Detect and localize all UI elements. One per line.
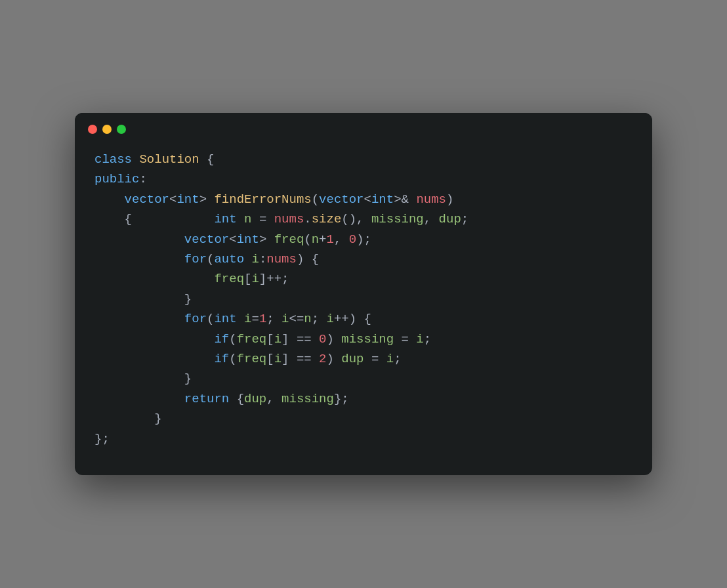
code-line-4: { int n = nums.size(), missing, dup;	[94, 209, 633, 229]
code-line-6: for(auto i:nums) {	[94, 249, 633, 269]
close-button[interactable]	[88, 125, 97, 134]
code-line-11: if(freq[i] == 2) dup = i;	[94, 349, 633, 369]
code-line-2: public:	[94, 169, 633, 189]
code-line-8: }	[94, 289, 633, 309]
minimize-button[interactable]	[102, 125, 112, 134]
code-line-3: vector<int> findErrorNums(vector<int>& n…	[94, 190, 633, 209]
code-line-15: };	[94, 429, 633, 449]
code-line-7: freq[i]++;	[94, 269, 633, 289]
maximize-button[interactable]	[117, 125, 126, 134]
code-editor: class Solution { public: vector<int> fin…	[75, 143, 652, 475]
code-line-1: class Solution {	[94, 150, 633, 169]
code-line-9: for(int i=1; i<=n; i++) {	[94, 309, 633, 329]
code-line-12: }	[94, 369, 633, 388]
code-line-10: if(freq[i] == 0) missing = i;	[94, 329, 633, 349]
code-line-14: }	[94, 409, 633, 429]
code-window: class Solution { public: vector<int> fin…	[75, 113, 652, 475]
code-line-5: vector<int> freq(n+1, 0);	[94, 230, 633, 249]
code-line-13: return {dup, missing};	[94, 389, 633, 409]
titlebar	[75, 113, 652, 143]
